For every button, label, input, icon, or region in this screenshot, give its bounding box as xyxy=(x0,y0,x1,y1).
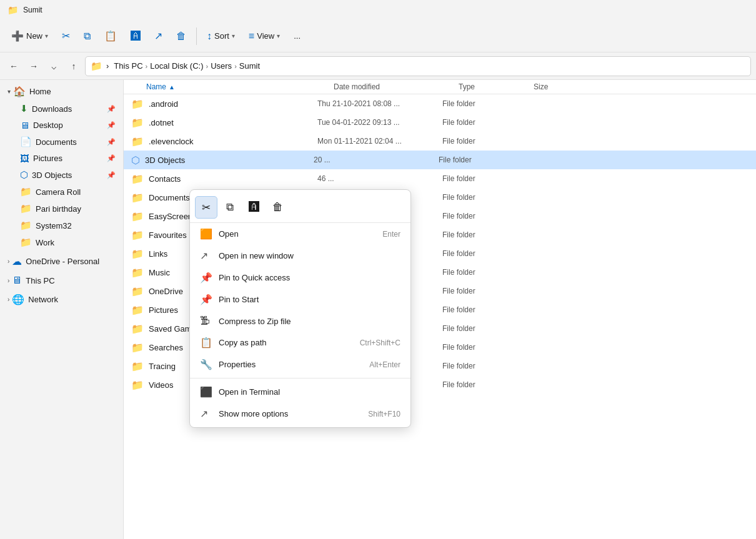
sidebar-section-this-pc: › 🖥 This PC xyxy=(0,272,123,289)
onedrive-chevron: › xyxy=(7,258,9,265)
delete-icon: 🗑 xyxy=(176,31,186,42)
ctx-separator xyxy=(190,378,410,378)
ctx-more-icon: ↗ xyxy=(200,408,212,420)
sidebar-item-camera-roll[interactable]: 📁 Camera Roll xyxy=(2,184,121,200)
address-bar: ← → ⌵ ↑ 📁 › This PC › Local Disk (C:) › … xyxy=(0,52,756,80)
sidebar-item-pictures[interactable]: 🖼 Pictures 📌 xyxy=(2,151,121,166)
ctx-copy-path[interactable]: 📋 Copy as path Ctrl+Shift+C xyxy=(190,332,410,354)
cut-icon: ✂ xyxy=(62,30,70,42)
delete-button[interactable]: 🗑 xyxy=(170,27,192,46)
share-button[interactable]: ↗ xyxy=(148,26,169,46)
pari-birthday-icon: 📁 xyxy=(20,203,32,214)
title-text: Sumit xyxy=(23,6,42,14)
sort-button[interactable]: ↕ Sort ▾ xyxy=(201,27,241,46)
sidebar-onedrive-header[interactable]: › ☁ OneDrive - Personal xyxy=(2,253,121,270)
context-toolbar: ✂ ⧉ 🅰 🗑 xyxy=(190,192,410,223)
ctx-properties-icon: 🔧 xyxy=(200,359,212,370)
sidebar-item-3d-objects[interactable]: ⬡ 3D Objects 📌 xyxy=(2,167,121,183)
ctx-delete-button[interactable]: 🗑 xyxy=(266,196,289,219)
breadcrumb-arrow[interactable]: › xyxy=(106,61,109,71)
new-button[interactable]: ➕ New ▾ xyxy=(5,26,54,46)
ctx-copy-button[interactable]: ⧉ xyxy=(219,196,241,219)
view-label: View xyxy=(257,31,274,41)
pictures-pin: 📌 xyxy=(107,154,116,162)
view-button[interactable]: ≡ View ▾ xyxy=(242,27,286,46)
ctx-copy-path-icon: 📋 xyxy=(200,337,212,349)
3d-pin: 📌 xyxy=(107,171,116,179)
sidebar-this-pc-header[interactable]: › 🖥 This PC xyxy=(2,272,121,289)
forward-button[interactable]: → xyxy=(25,57,42,75)
ctx-properties[interactable]: 🔧 Properties Alt+Enter xyxy=(190,354,410,375)
onedrive-icon: ☁ xyxy=(12,255,22,267)
view-arrow: ▾ xyxy=(277,32,280,39)
sidebar-this-pc-label: This PC xyxy=(26,276,54,285)
rename-icon: 🅰 xyxy=(131,31,141,42)
sidebar-item-pari-birthday[interactable]: 📁 Pari birthday xyxy=(2,200,121,217)
sort-icon: ↕ xyxy=(207,31,212,42)
sidebar-home-header[interactable]: ▾ 🏠 Home xyxy=(2,83,121,100)
up-button[interactable]: ↑ xyxy=(65,57,82,75)
ctx-compress[interactable]: 🗜 Compress to Zip file xyxy=(190,310,410,332)
recent-button[interactable]: ⌵ xyxy=(45,57,62,75)
this-pc-chevron: › xyxy=(7,277,9,284)
downloads-icon: ⬇ xyxy=(20,103,28,114)
system32-icon: 📁 xyxy=(20,220,32,231)
copy-button[interactable]: ⧉ xyxy=(77,27,97,46)
downloads-pin: 📌 xyxy=(107,105,116,113)
sidebar-network-header[interactable]: › 🌐 Network xyxy=(2,291,121,308)
sidebar: ▾ 🏠 Home ⬇ Downloads 📌 🖥 Desktop 📌 📄 Doc… xyxy=(0,80,124,539)
ctx-pin-start-icon: 📌 xyxy=(200,294,212,305)
ctx-open-icon: 🟧 xyxy=(200,228,212,240)
new-label: New xyxy=(26,31,42,41)
home-chevron: ▾ xyxy=(7,88,11,95)
home-icon: 🏠 xyxy=(13,86,26,97)
cut-button[interactable]: ✂ xyxy=(56,26,76,46)
ctx-open-new-icon: ↗ xyxy=(200,250,212,262)
sidebar-item-documents[interactable]: 📄 Documents 📌 xyxy=(2,134,121,150)
rename-button[interactable]: 🅰 xyxy=(124,27,147,46)
ctx-show-more[interactable]: ↗ Show more options Shift+F10 xyxy=(190,403,410,425)
more-button[interactable]: ... xyxy=(287,27,307,44)
sidebar-home-label: Home xyxy=(29,87,51,96)
breadcrumb-this-pc[interactable]: This PC xyxy=(114,61,142,71)
paste-icon: 📋 xyxy=(104,30,117,42)
breadcrumb-local-disk[interactable]: Local Disk (C:) xyxy=(150,61,203,71)
sidebar-section-network: › 🌐 Network xyxy=(0,291,123,308)
ctx-pin-quick-access[interactable]: 📌 Pin to Quick access xyxy=(190,267,410,289)
context-menu: ✂ ⧉ 🅰 🗑 🟧 Open Enter ↗ Open in new windo… xyxy=(189,189,411,428)
ctx-open[interactable]: 🟧 Open Enter xyxy=(190,223,410,245)
sidebar-item-downloads[interactable]: ⬇ Downloads 📌 xyxy=(2,101,121,117)
this-pc-icon: 🖥 xyxy=(12,275,22,286)
ctx-pin-start[interactable]: 📌 Pin to Start xyxy=(190,289,410,310)
toolbar: ➕ New ▾ ✂ ⧉ 📋 🅰 ↗ 🗑 ↕ Sort ▾ ≡ View ▾ ..… xyxy=(0,20,756,52)
ctx-compress-icon: 🗜 xyxy=(200,315,212,327)
back-button[interactable]: ← xyxy=(5,57,22,75)
sidebar-item-desktop[interactable]: 🖥 Desktop 📌 xyxy=(2,117,121,133)
work-icon: 📁 xyxy=(20,237,32,248)
share-icon: ↗ xyxy=(154,30,162,42)
documents-icon: 📄 xyxy=(20,136,32,147)
title-bar: 📁 Sumit xyxy=(0,0,756,20)
ctx-cut-button[interactable]: ✂ xyxy=(195,196,217,219)
copy-icon: ⧉ xyxy=(84,31,91,42)
sidebar-item-system32[interactable]: 📁 System32 xyxy=(2,217,121,234)
ctx-open-new-window[interactable]: ↗ Open in new window xyxy=(190,245,410,267)
desktop-icon: 🖥 xyxy=(20,120,29,131)
pictures-icon: 🖼 xyxy=(20,153,29,164)
context-menu-overlay[interactable]: ✂ ⧉ 🅰 🗑 🟧 Open Enter ↗ Open in new windo… xyxy=(124,80,756,539)
sort-arrow: ▾ xyxy=(232,32,235,39)
new-arrow: ▾ xyxy=(45,32,48,39)
breadcrumb-current[interactable]: Sumit xyxy=(239,61,260,71)
sidebar-item-work[interactable]: 📁 Work xyxy=(2,234,121,250)
breadcrumb[interactable]: 📁 › This PC › Local Disk (C:) › Users › … xyxy=(85,56,751,76)
breadcrumb-folder-icon: 📁 xyxy=(91,61,102,72)
paste-button[interactable]: 📋 xyxy=(98,26,123,46)
toolbar-separator xyxy=(196,27,197,45)
ctx-rename-button[interactable]: 🅰 xyxy=(242,196,265,219)
sidebar-section-home: ▾ 🏠 Home ⬇ Downloads 📌 🖥 Desktop 📌 📄 Doc… xyxy=(0,83,123,250)
breadcrumb-users[interactable]: Users xyxy=(211,61,232,71)
ctx-open-terminal[interactable]: ⬛ Open in Terminal xyxy=(190,381,410,403)
title-icon: 📁 xyxy=(7,5,18,15)
ctx-pin-quick-icon: 📌 xyxy=(200,272,212,284)
3d-objects-icon: ⬡ xyxy=(20,169,28,180)
